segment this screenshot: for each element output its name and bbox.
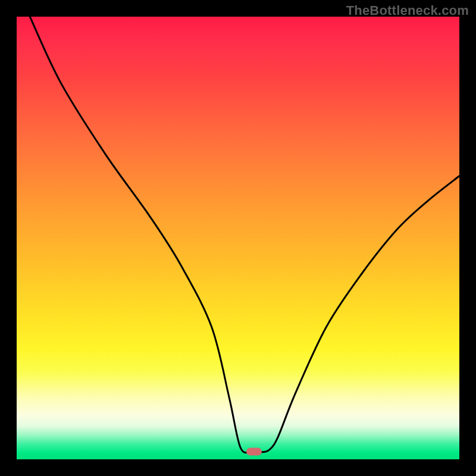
optimal-marker: [246, 448, 262, 456]
chart-container: TheBottleneck.com: [0, 0, 476, 476]
bottleneck-curve: [30, 17, 459, 453]
curve-svg: [17, 17, 459, 459]
watermark-text: TheBottleneck.com: [346, 3, 469, 18]
plot-area: [17, 17, 459, 459]
